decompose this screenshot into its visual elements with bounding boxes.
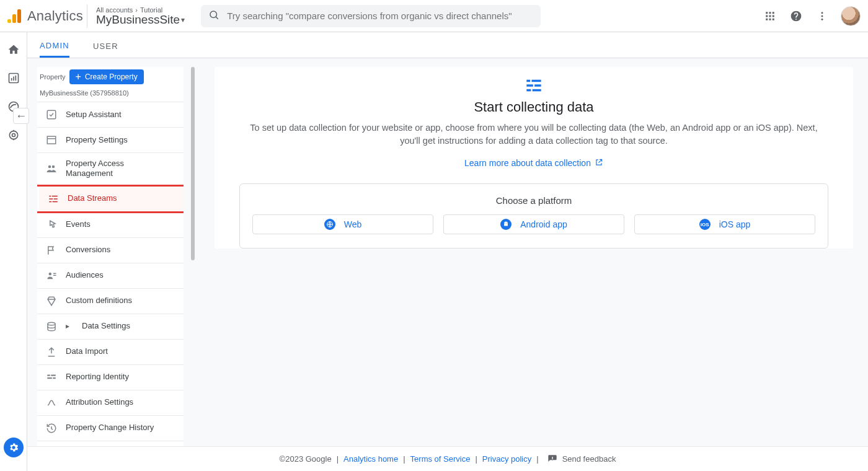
tab-user[interactable]: USER <box>93 42 118 58</box>
header-actions <box>763 6 861 26</box>
svg-rect-39 <box>53 377 56 379</box>
search-box[interactable] <box>201 5 541 27</box>
sidebar-item-label: Custom definitions <box>66 296 132 306</box>
search-input[interactable] <box>227 11 533 21</box>
sidebar-item-label: Property Change History <box>66 423 154 433</box>
svg-rect-41 <box>526 80 530 82</box>
collapse-sidebar-button[interactable]: ← <box>13 108 29 124</box>
home-icon[interactable] <box>6 42 21 57</box>
help-icon[interactable] <box>789 9 804 24</box>
sidebar-item-audiences[interactable]: Audiences <box>37 263 184 289</box>
attribution-icon <box>46 397 57 408</box>
svg-rect-44 <box>534 84 541 87</box>
audiences-icon <box>46 270 57 281</box>
svg-rect-37 <box>51 374 56 376</box>
web-icon <box>324 219 335 230</box>
sidebar-item-label: Property Settings <box>66 135 128 145</box>
svg-rect-38 <box>47 377 52 379</box>
sidebar-item-property-access[interactable]: Property Access Management <box>37 153 184 185</box>
property-name-dropdown[interactable]: MyBusinessSite ▾ <box>96 14 185 25</box>
svg-rect-33 <box>53 273 56 274</box>
checkbox-icon <box>46 109 57 120</box>
sidebar-item-data-deletion[interactable]: Data Deletion Requests <box>37 441 184 444</box>
kebab-menu-icon[interactable] <box>815 9 830 24</box>
android-icon <box>500 219 512 230</box>
svg-rect-46 <box>533 89 541 92</box>
svg-rect-5 <box>766 15 768 17</box>
sidebar-scrollbar[interactable] <box>191 67 195 260</box>
apps-icon[interactable] <box>763 9 777 24</box>
platform-android-button[interactable]: Android app <box>443 214 624 234</box>
sidebar-item-attribution-settings[interactable]: Attribution Settings <box>37 390 184 416</box>
sidebar-item-label: Data Settings <box>82 321 130 331</box>
external-link-icon <box>595 158 603 169</box>
svg-point-48 <box>505 223 505 224</box>
svg-point-35 <box>48 322 55 325</box>
svg-point-0 <box>210 11 217 18</box>
svg-line-1 <box>216 17 218 19</box>
svg-rect-22 <box>47 136 56 144</box>
platform-web-button[interactable]: Web <box>252 214 433 234</box>
custom-definitions-icon <box>46 296 57 307</box>
svg-point-13 <box>822 18 823 20</box>
svg-point-49 <box>507 223 507 224</box>
highlighted-data-streams: Data Streams <box>37 185 184 213</box>
svg-rect-43 <box>526 84 533 87</box>
reports-icon[interactable] <box>6 71 21 86</box>
database-icon <box>46 321 57 332</box>
learn-more-link[interactable]: Learn more about data collection <box>464 158 603 169</box>
sidebar-item-label: Data Streams <box>68 193 117 203</box>
sidebar-item-setup-assistant[interactable]: Setup Assistant <box>37 102 184 128</box>
search-area <box>201 5 541 27</box>
tab-admin[interactable]: ADMIN <box>40 41 69 58</box>
svg-point-32 <box>49 272 52 275</box>
svg-rect-4 <box>773 12 774 14</box>
choose-platform-card: Choose a platform Web Android app iOS <box>239 183 828 249</box>
sidebar-item-data-streams[interactable]: Data Streams <box>39 187 184 211</box>
svg-rect-42 <box>532 80 541 82</box>
svg-point-25 <box>52 165 55 169</box>
send-feedback-label: Send feedback <box>562 454 616 464</box>
svg-rect-31 <box>53 201 58 202</box>
sidebar-item-label: Events <box>66 219 91 229</box>
admin-gear-button[interactable] <box>4 438 24 457</box>
svg-rect-26 <box>49 195 51 196</box>
user-avatar[interactable] <box>841 6 861 26</box>
sidebar-item-change-history[interactable]: Property Change History <box>37 416 184 441</box>
footer-analytics-home-link[interactable]: Analytics home <box>343 454 398 464</box>
choose-platform-title: Choose a platform <box>252 195 815 206</box>
feedback-icon <box>547 454 557 464</box>
footer-tos-link[interactable]: Terms of Service <box>410 454 471 464</box>
sidebar-item-events[interactable]: Events <box>37 213 184 238</box>
sidebar-item-custom-definitions[interactable]: Custom definitions <box>37 289 184 314</box>
svg-rect-16 <box>13 77 14 81</box>
footer-copyright: ©2023 Google <box>280 454 332 464</box>
property-selector[interactable]: All accounts › Tutorial MyBusinessSite ▾ <box>87 4 193 28</box>
sidebar-item-label: Property Access Management <box>66 159 146 179</box>
svg-rect-15 <box>11 78 12 81</box>
send-feedback-button[interactable]: Send feedback <box>547 454 616 464</box>
svg-rect-27 <box>52 195 58 196</box>
sidebar-item-data-import[interactable]: Data Import <box>37 340 184 365</box>
sidebar-item-data-settings[interactable]: ▸ Data Settings <box>37 314 184 340</box>
platform-ios-button[interactable]: iOS iOS app <box>634 214 815 234</box>
svg-point-24 <box>48 165 51 169</box>
logo-area: Analytics <box>6 8 87 24</box>
events-icon <box>46 219 57 231</box>
sidebar-item-property-settings[interactable]: Property Settings <box>37 128 184 153</box>
sidebar-item-conversions[interactable]: Conversions <box>37 238 184 263</box>
learn-more-label: Learn more about data collection <box>464 158 591 168</box>
footer-privacy-link[interactable]: Privacy policy <box>482 454 531 464</box>
advertising-icon[interactable] <box>6 128 21 143</box>
create-property-button[interactable]: + Create Property <box>69 69 144 84</box>
expand-caret-icon: ▸ <box>66 322 69 331</box>
svg-rect-17 <box>15 76 16 81</box>
svg-rect-10 <box>773 18 774 20</box>
svg-rect-9 <box>769 18 771 20</box>
sidebar-item-reporting-identity[interactable]: Reporting Identity <box>37 365 184 390</box>
svg-point-11 <box>822 12 823 14</box>
left-nav-rail <box>0 32 27 471</box>
sidebar-item-label: Reporting Identity <box>66 372 129 382</box>
footer: ©2023 Google | Analytics home | Terms of… <box>27 446 868 471</box>
property-name: MyBusinessSite <box>96 14 180 25</box>
